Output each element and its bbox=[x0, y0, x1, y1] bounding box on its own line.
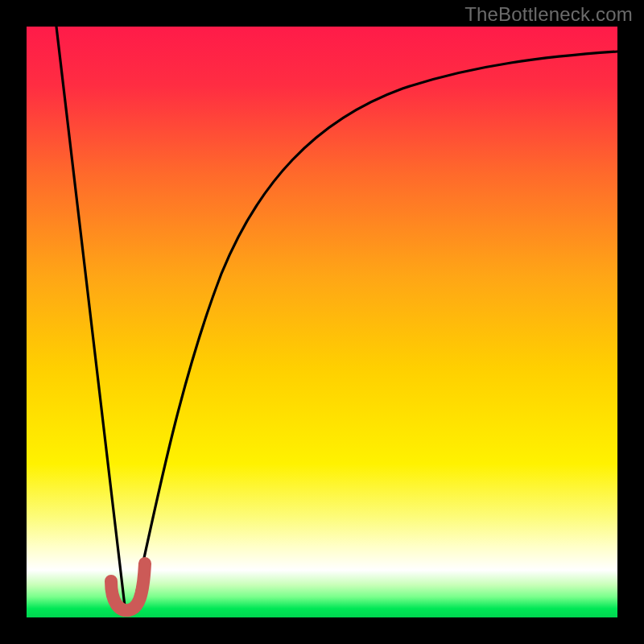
watermark-text: TheBottleneck.com bbox=[464, 3, 633, 26]
bottleneck-chart bbox=[0, 0, 644, 644]
